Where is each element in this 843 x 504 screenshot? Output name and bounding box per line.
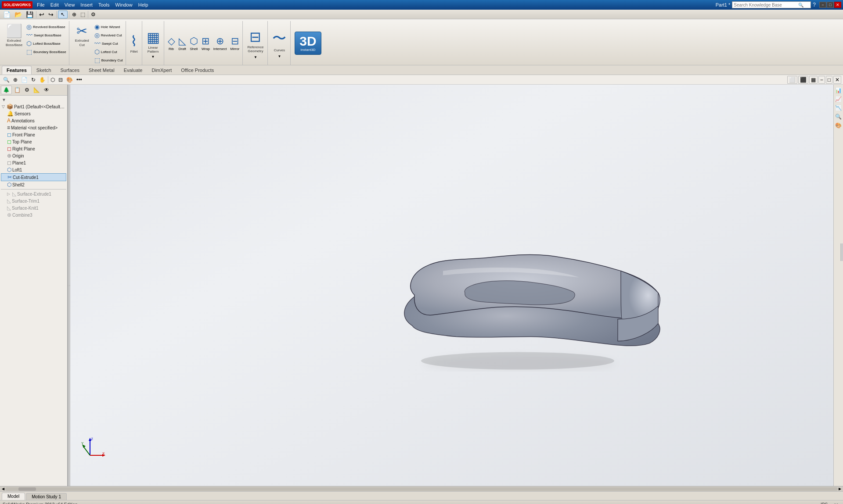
menu-edit[interactable]: Edit: [48, 1, 61, 8]
horizontal-scrollbar[interactable]: ◀ ▶: [0, 486, 843, 491]
origin-item[interactable]: ⊕ Origin: [1, 152, 66, 159]
shell2-item[interactable]: ⬡ Shell2: [1, 181, 66, 188]
right-panel-btn5[interactable]: 🎨: [834, 122, 843, 129]
four-view-btn[interactable]: ▦: [809, 76, 818, 84]
surface-knit1-item[interactable]: ◺ Surface-Knit1: [1, 204, 66, 211]
close-panel-btn[interactable]: ✕: [833, 76, 841, 84]
right-panel-btn4[interactable]: 🔍: [834, 113, 843, 121]
ref-geometry-dropdown[interactable]: ▼: [254, 55, 257, 59]
tab-features[interactable]: Features: [2, 66, 32, 75]
reference-geometry-button[interactable]: ⊟ ReferenceGeometry: [246, 27, 265, 54]
intersect-button[interactable]: ⊕ Intersect: [212, 35, 228, 52]
options-btn[interactable]: ⚙: [90, 11, 97, 18]
view-display-btn[interactable]: 🎨: [65, 76, 74, 83]
viewport[interactable]: Z X Y: [70, 85, 833, 486]
rotate-btn[interactable]: ↻: [30, 76, 37, 83]
scroll-thumb[interactable]: [18, 487, 36, 491]
swept-cut-button[interactable]: 〰 Swept Cut: [94, 39, 124, 47]
property-manager-tab[interactable]: 📋: [12, 86, 22, 94]
zoom-fit-view-btn[interactable]: 🔍: [2, 76, 11, 83]
lofted-cut-button[interactable]: ⬡ Lofted Cut: [94, 48, 124, 56]
select-btn[interactable]: ↖: [58, 11, 68, 18]
minimize-button[interactable]: −: [819, 2, 826, 8]
menu-view[interactable]: View: [62, 1, 78, 8]
menu-window[interactable]: Window: [113, 1, 135, 8]
loft1-item[interactable]: ⬡ Loft1: [1, 166, 66, 173]
mirror-button[interactable]: ⊟ Mirror: [229, 35, 241, 52]
sensors-item[interactable]: 🔔 Sensors: [1, 110, 66, 117]
qa-help-icon[interactable]: ?: [813, 2, 816, 8]
zoom-area-btn[interactable]: ⊕: [12, 76, 19, 83]
rib-button[interactable]: ◇ Rib: [166, 35, 177, 52]
feature-tree-tab[interactable]: 🌲: [1, 86, 12, 94]
tab-sheet-metal[interactable]: Sheet Metal: [84, 66, 119, 74]
boundary-boss-base-button[interactable]: ⬚ Boundary Boss/Base: [25, 48, 67, 56]
tab-model[interactable]: Model: [2, 493, 25, 500]
view-more-btn[interactable]: •••: [75, 76, 83, 83]
search-box[interactable]: 🔍: [732, 1, 811, 8]
top-plane-item[interactable]: ◻ Top Plane: [1, 138, 66, 145]
tab-evaluate[interactable]: Evaluate: [119, 66, 147, 74]
surface-trim1-item[interactable]: ◺ Surface-Trim1: [1, 197, 66, 204]
annotations-item[interactable]: A Annotations: [1, 117, 66, 124]
display-manager-tab[interactable]: 👁: [42, 86, 51, 94]
right-plane-item[interactable]: ◻ Right Plane: [1, 145, 66, 152]
tree-root-item[interactable]: ▽ 📦 Part1 (Default<<Default>_Dis: [1, 103, 66, 110]
tab-office-products[interactable]: Office Products: [177, 66, 218, 74]
right-panel-btn3[interactable]: 📉: [834, 104, 843, 112]
hole-wizard-button[interactable]: ◉ Hole Wizard: [94, 23, 124, 31]
undo-btn[interactable]: ↩: [38, 11, 46, 18]
extruded-cut-button[interactable]: ✂ ExtrudedCut: [72, 22, 93, 48]
pattern-dropdown[interactable]: ▼: [151, 55, 155, 59]
save-btn[interactable]: 💾: [25, 11, 35, 18]
right-panel-btn2[interactable]: 📈: [834, 95, 843, 103]
boundary-cut-button[interactable]: ⬚ Boundary Cut: [94, 56, 124, 64]
minimize-panel-btn[interactable]: −: [818, 76, 825, 84]
search-input[interactable]: [734, 3, 797, 7]
restore-panel-btn[interactable]: □: [826, 76, 832, 84]
front-plane-item[interactable]: ◻ Front Plane: [1, 131, 66, 138]
linear-pattern-button[interactable]: ▦ LinearPattern: [145, 28, 161, 55]
extruded-boss-base-button[interactable]: ⬜ ExtrudedBoss/Base: [4, 22, 25, 48]
menu-insert[interactable]: Insert: [78, 1, 95, 8]
tab-sketch[interactable]: Sketch: [32, 66, 56, 74]
restore-button[interactable]: □: [827, 2, 834, 8]
right-panel-btn1[interactable]: 📊: [834, 86, 843, 94]
shell-button[interactable]: ⬡ Shell: [188, 35, 199, 52]
scroll-right-btn[interactable]: ▶: [838, 487, 842, 491]
menu-file[interactable]: File: [34, 1, 47, 8]
zoom-box-btn[interactable]: ⬚: [79, 11, 86, 18]
wrap-button[interactable]: ⊞ Wrap: [200, 35, 211, 52]
lofted-boss-base-button[interactable]: ⬡ Lofted Boss/Base: [25, 39, 67, 47]
standard-views-btn[interactable]: ⬡: [49, 76, 56, 83]
two-view-btn[interactable]: ⬛: [798, 76, 808, 84]
menu-tools[interactable]: Tools: [96, 1, 112, 8]
instant3d-button[interactable]: 3D Instant3D: [295, 32, 321, 55]
fillet-button[interactable]: ⌇ Fillet: [129, 32, 139, 55]
curves-dropdown[interactable]: ▼: [277, 54, 281, 58]
close-button[interactable]: ✕: [834, 2, 841, 8]
single-view-btn[interactable]: ⬜: [787, 76, 797, 84]
pan-btn[interactable]: ✋: [38, 76, 47, 83]
scroll-left-btn[interactable]: ◀: [1, 487, 5, 491]
combine3-item[interactable]: ⊕ Combine3: [1, 211, 66, 218]
material-item[interactable]: ≡ Material <not specified>: [1, 124, 66, 131]
swept-boss-base-button[interactable]: 〰 Swept Boss/Base: [25, 31, 67, 39]
open-btn[interactable]: 📂: [13, 11, 23, 18]
draft-button[interactable]: ◺ Draft: [177, 35, 187, 52]
config-manager-tab[interactable]: ⚙: [23, 86, 31, 94]
view-options-btn[interactable]: ⊟: [57, 76, 64, 83]
zoom-sheet-btn[interactable]: 📄: [20, 76, 29, 83]
surface-extrude1-item[interactable]: ▷ ◺ Surface-Extrude1: [1, 190, 66, 197]
curves-button[interactable]: 〜 Curves: [271, 28, 288, 54]
new-btn[interactable]: 📄: [2, 11, 12, 18]
plane1-item[interactable]: ◻ Plane1: [1, 159, 66, 166]
revolved-boss-base-button[interactable]: ◎ Revolved Boss/Base: [25, 23, 67, 31]
cut-extrude1-item[interactable]: ✂ Cut-Extrude1: [1, 173, 66, 181]
tab-motion-study1[interactable]: Motion Study 1: [26, 493, 67, 500]
revolved-cut-button[interactable]: ◎ Revolved Cut: [94, 31, 124, 39]
tab-surfaces[interactable]: Surfaces: [56, 66, 84, 74]
tab-dimxpert[interactable]: DimXpert: [147, 66, 176, 74]
zoom-fit-btn[interactable]: ⊕: [71, 11, 78, 18]
menu-help[interactable]: Help: [136, 1, 151, 8]
